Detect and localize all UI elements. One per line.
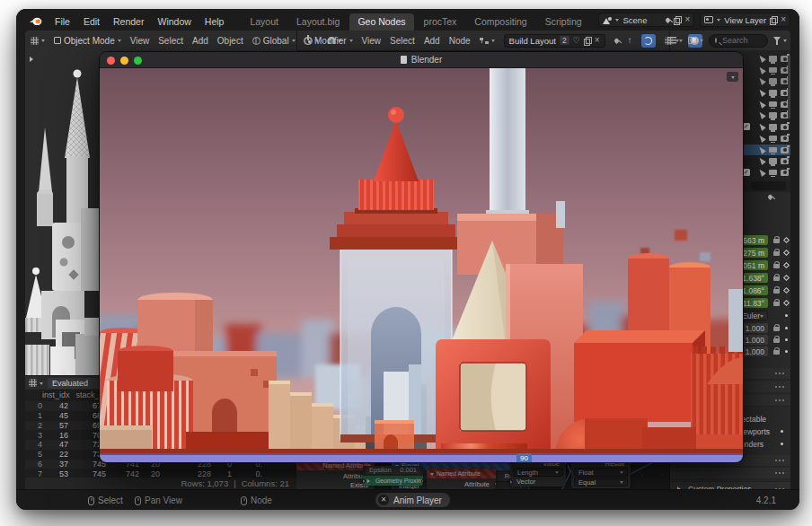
socket-icon[interactable] bbox=[494, 482, 497, 487]
cursor-icon[interactable] bbox=[757, 134, 766, 143]
mode-dropdown[interactable]: Object Mode bbox=[54, 36, 121, 46]
checkbox-icon[interactable]: ✓ bbox=[743, 123, 750, 130]
menu-edit[interactable]: Edit bbox=[84, 16, 100, 27]
tab-geo-nodes[interactable]: Geo Nodes bbox=[349, 13, 413, 31]
keyframe-icon[interactable] bbox=[783, 275, 790, 281]
keyframe-dot-icon[interactable] bbox=[785, 327, 788, 329]
lock-icon[interactable] bbox=[773, 302, 780, 306]
monitor-icon[interactable] bbox=[769, 158, 777, 164]
pin-icon[interactable] bbox=[613, 37, 619, 43]
drag-handle-icon[interactable] bbox=[774, 471, 786, 476]
editor-type-spreadsheet-button[interactable] bbox=[29, 379, 43, 387]
orientation-dropdown[interactable]: Global bbox=[252, 36, 296, 46]
monitor-icon[interactable] bbox=[769, 147, 777, 153]
tab-proctex[interactable]: procTex bbox=[416, 13, 465, 31]
cursor-icon[interactable] bbox=[757, 145, 766, 154]
toolbar-expand-icon[interactable] bbox=[30, 57, 36, 62]
render-window[interactable]: Blender bbox=[99, 51, 744, 463]
tab-compositing[interactable]: Compositing bbox=[466, 13, 534, 31]
menu-window[interactable]: Window bbox=[157, 16, 190, 27]
lock-icon[interactable] bbox=[773, 239, 780, 243]
custom-properties-panel[interactable]: Custom Properties bbox=[670, 481, 790, 489]
menu-node-add[interactable]: Add bbox=[424, 36, 440, 46]
menu-node[interactable]: Node bbox=[449, 36, 471, 46]
timeline-scrubber[interactable]: 90 bbox=[100, 453, 744, 462]
users-count-badge[interactable]: 2 bbox=[560, 36, 569, 45]
collapsed-panel[interactable] bbox=[670, 468, 790, 479]
cursor-icon[interactable] bbox=[757, 168, 766, 177]
lock-icon[interactable] bbox=[773, 350, 780, 355]
scene-selector[interactable]: Scene × bbox=[598, 13, 694, 27]
node-tree-name-field[interactable]: Build Layout 2 ♡ × bbox=[504, 34, 605, 48]
socket-icon[interactable] bbox=[421, 478, 424, 483]
tab-layout-big[interactable]: Layout.big bbox=[288, 13, 348, 31]
monitor-icon[interactable] bbox=[769, 56, 777, 62]
render-window-titlebar[interactable]: Blender bbox=[100, 52, 743, 68]
lock-icon[interactable] bbox=[773, 338, 780, 343]
menu-node-select[interactable]: Select bbox=[390, 36, 415, 46]
pin-icon[interactable] bbox=[665, 16, 671, 22]
editor-type-viewport-button[interactable] bbox=[31, 37, 45, 45]
monitor-icon[interactable] bbox=[769, 112, 777, 118]
node-enum-dropdown[interactable]: Equal bbox=[574, 478, 628, 487]
breadcrumb[interactable] bbox=[752, 181, 786, 190]
menu-add[interactable]: Add bbox=[192, 36, 208, 46]
geonodes-type-dropdown[interactable]: Modifier bbox=[304, 36, 353, 46]
menu-node-view[interactable]: View bbox=[362, 36, 382, 46]
stop-icon[interactable]: ✕ bbox=[378, 495, 389, 505]
column-header[interactable]: inst_idx bbox=[42, 390, 68, 400]
cursor-icon[interactable] bbox=[757, 100, 766, 109]
scrollbar[interactable] bbox=[788, 56, 790, 118]
tab-layout[interactable]: Layout bbox=[242, 13, 287, 31]
display-mode-dropdown[interactable] bbox=[667, 37, 683, 44]
copy-icon[interactable] bbox=[584, 37, 591, 45]
anim-player-button[interactable]: ✕Anim Player bbox=[375, 493, 450, 507]
node-enum-dropdown[interactable]: Float bbox=[574, 468, 628, 477]
tree-browse-button[interactable] bbox=[480, 37, 495, 45]
camera-icon[interactable] bbox=[781, 136, 789, 142]
drag-handle-icon[interactable] bbox=[774, 385, 786, 390]
filter-dropdown[interactable] bbox=[773, 37, 787, 45]
collapse-icon[interactable] bbox=[430, 473, 434, 478]
menu-object[interactable]: Object bbox=[217, 36, 243, 46]
outliner-search[interactable] bbox=[709, 34, 768, 48]
lock-icon[interactable] bbox=[773, 289, 780, 294]
monitor-icon[interactable] bbox=[769, 101, 777, 108]
menu-render[interactable]: Render bbox=[113, 16, 144, 27]
close-window-button[interactable] bbox=[107, 57, 115, 65]
cursor-icon[interactable] bbox=[757, 156, 766, 165]
menu-select[interactable]: Select bbox=[158, 36, 183, 46]
lock-icon[interactable] bbox=[773, 276, 780, 281]
new-layer-icon[interactable] bbox=[770, 16, 777, 24]
menu-view[interactable]: View bbox=[130, 36, 150, 46]
sidebar-collapse-button[interactable] bbox=[727, 72, 738, 82]
monitor-icon[interactable] bbox=[769, 67, 777, 74]
node-geometry-proximity[interactable]: Epsilon0.001 Geometry Proximity bbox=[363, 465, 423, 486]
lock-icon[interactable] bbox=[773, 251, 780, 256]
search-input[interactable] bbox=[720, 35, 763, 46]
pin-icon[interactable] bbox=[767, 194, 773, 200]
lock-icon[interactable] bbox=[773, 327, 780, 331]
camera-icon[interactable] bbox=[781, 147, 789, 153]
close-icon[interactable]: × bbox=[684, 15, 690, 24]
keyframe-dot-icon[interactable] bbox=[781, 443, 783, 445]
monitor-icon[interactable] bbox=[769, 170, 777, 176]
node-enum-dropdown[interactable]: Length bbox=[513, 468, 563, 477]
collapse-icon[interactable] bbox=[367, 478, 373, 483]
monitor-icon[interactable] bbox=[769, 78, 777, 84]
auto-offset-toggle[interactable] bbox=[641, 34, 656, 48]
minimize-window-button[interactable] bbox=[120, 57, 128, 65]
cursor-icon[interactable] bbox=[757, 88, 766, 97]
keyframe-icon[interactable] bbox=[783, 250, 790, 256]
monitor-icon[interactable] bbox=[769, 124, 777, 130]
outliner-filter-type-dropdown[interactable] bbox=[688, 37, 703, 44]
camera-icon[interactable] bbox=[781, 158, 789, 164]
socket-icon[interactable] bbox=[363, 478, 366, 483]
keyframe-dot-icon[interactable] bbox=[785, 350, 788, 353]
menu-file[interactable]: File bbox=[55, 16, 70, 27]
new-scene-icon[interactable] bbox=[674, 16, 681, 24]
drag-handle-icon[interactable] bbox=[774, 372, 786, 376]
epsilon-field[interactable]: Epsilon0.001 bbox=[366, 466, 420, 474]
lock-icon[interactable] bbox=[773, 264, 780, 268]
camera-icon[interactable] bbox=[781, 170, 789, 176]
